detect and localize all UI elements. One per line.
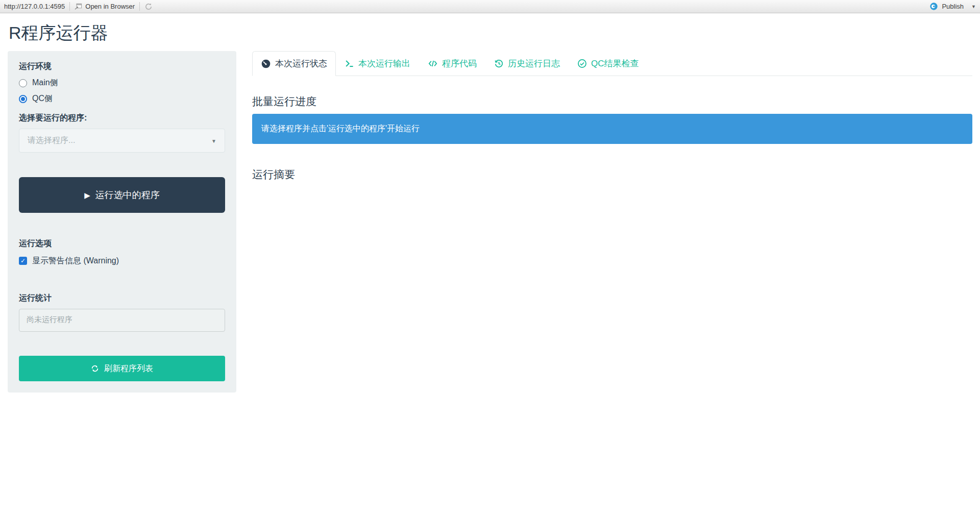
- tab-qc-check-label: QC结果检查: [591, 58, 639, 69]
- tab-run-status-label: 本次运行状态: [275, 58, 327, 69]
- tab-run-status[interactable]: 本次运行状态: [252, 51, 336, 76]
- page-title: R程序运行器: [9, 21, 972, 45]
- tab-program-code[interactable]: 程序代码: [419, 51, 485, 76]
- radio-qc-side[interactable]: QC侧: [19, 93, 225, 105]
- terminal-icon: [345, 59, 354, 68]
- check-circle-icon: [577, 59, 587, 68]
- run-options-label: 运行选项: [19, 238, 225, 249]
- main-panel: 本次运行状态 本次运行输出 程序代码: [252, 51, 972, 189]
- code-icon: [428, 59, 438, 68]
- refresh-program-list-label: 刷新程序列表: [104, 363, 153, 374]
- warning-checkbox-row[interactable]: ✓ 显示警告信息 (Warning): [19, 255, 225, 266]
- program-select-placeholder: 请选择程序...: [28, 135, 75, 146]
- program-select-label: 选择要运行的程序:: [19, 113, 225, 124]
- play-icon: ▶: [84, 191, 90, 200]
- app-page: R程序运行器 运行环境 Main侧 QC侧 选择要运行的程序: 请选择程序...…: [0, 21, 980, 393]
- run-stats-output: 尚未运行程序: [19, 309, 225, 332]
- run-summary-heading: 运行摘要: [252, 167, 972, 182]
- run-stats-label: 运行统计: [19, 293, 225, 304]
- reload-viewer-button[interactable]: [144, 3, 153, 11]
- checkbox-checked-icon: ✓: [19, 257, 27, 265]
- select-caret-icon: ▼: [211, 138, 216, 143]
- refresh-program-list-button[interactable]: 刷新程序列表: [19, 356, 225, 381]
- radio-unchecked-icon: [19, 79, 27, 87]
- refresh-icon: [91, 364, 99, 373]
- publish-label: Publish: [942, 3, 964, 10]
- toolbar-divider: [69, 2, 70, 11]
- radio-main-label: Main侧: [32, 78, 58, 88]
- toolbar-divider: [139, 2, 140, 11]
- reload-icon: [144, 3, 153, 11]
- radio-checked-icon: [19, 95, 27, 103]
- tab-run-output-label: 本次运行输出: [358, 58, 410, 69]
- open-in-browser-button[interactable]: Open in Browser: [75, 3, 135, 10]
- tab-history-log[interactable]: 历史运行日志: [485, 51, 569, 76]
- program-select[interactable]: 请选择程序... ▼: [19, 129, 225, 153]
- viewer-toolbar: http://127.0.0.1:4595 Open in Browser Pu…: [0, 0, 980, 13]
- open-in-browser-icon: [75, 3, 82, 10]
- warning-checkbox-label: 显示警告信息 (Warning): [32, 256, 119, 266]
- sidebar-panel: 运行环境 Main侧 QC侧 选择要运行的程序: 请选择程序... ▼ ▶ 运行…: [8, 51, 236, 393]
- tab-history-log-label: 历史运行日志: [508, 58, 560, 69]
- progress-bar: 请选择程序并点击'运行选中的程序'开始运行: [252, 114, 972, 144]
- viewer-url: http://127.0.0.1:4595: [4, 3, 65, 10]
- radio-qc-label: QC侧: [32, 93, 53, 104]
- tab-bar: 本次运行状态 本次运行输出 程序代码: [252, 51, 972, 76]
- run-selected-label: 运行选中的程序: [95, 189, 160, 201]
- gauge-icon: [261, 59, 271, 69]
- tab-program-code-label: 程序代码: [442, 58, 477, 69]
- batch-progress-heading: 批量运行进度: [252, 94, 972, 109]
- tab-run-output[interactable]: 本次运行输出: [336, 51, 419, 76]
- tab-qc-check[interactable]: QC结果检查: [569, 51, 648, 76]
- env-label: 运行环境: [19, 61, 225, 72]
- publish-button[interactable]: Publish ▼: [929, 2, 976, 11]
- publish-icon: [929, 2, 938, 11]
- run-selected-button[interactable]: ▶ 运行选中的程序: [19, 177, 225, 213]
- history-icon: [494, 59, 504, 68]
- radio-main-side[interactable]: Main侧: [19, 77, 225, 89]
- open-in-browser-label: Open in Browser: [85, 3, 135, 10]
- publish-caret-icon[interactable]: ▼: [971, 4, 976, 9]
